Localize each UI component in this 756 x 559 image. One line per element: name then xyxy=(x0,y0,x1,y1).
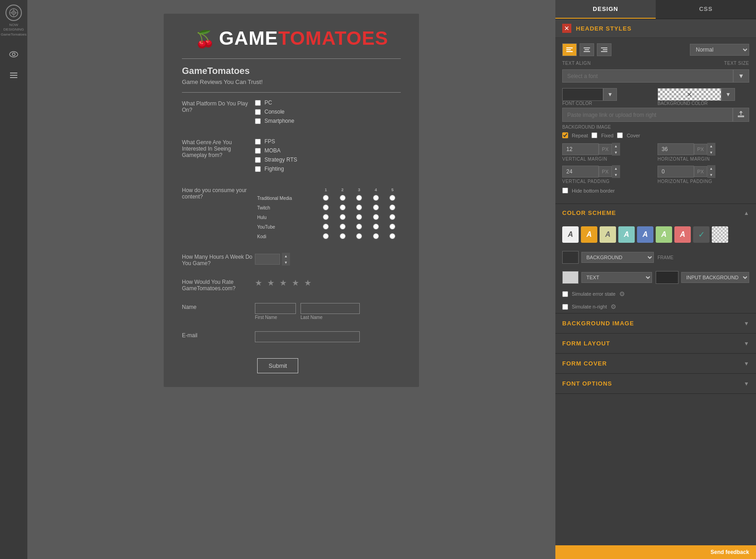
radio-r5-5[interactable] xyxy=(389,233,395,239)
font-color-swatch[interactable] xyxy=(562,88,603,101)
vm-spin-up[interactable]: ▲ xyxy=(612,143,620,149)
radio-r2-1[interactable] xyxy=(323,204,329,210)
checkbox-pc-input[interactable] xyxy=(255,100,261,106)
hide-border-checkbox[interactable] xyxy=(562,188,568,193)
radio-r2-5[interactable] xyxy=(389,204,395,210)
hp-spin-up[interactable]: ▲ xyxy=(707,165,715,172)
radio-r3-1[interactable] xyxy=(323,214,329,220)
radio-r2-4[interactable] xyxy=(373,204,379,210)
checkbox-strategy-input[interactable] xyxy=(255,157,261,163)
scheme-swatch-4[interactable]: A xyxy=(637,226,653,243)
checkbox-moba-input[interactable] xyxy=(255,148,261,154)
last-name-input[interactable] xyxy=(300,303,360,314)
horizontal-padding-input[interactable] xyxy=(658,166,694,178)
checkbox-fps-input[interactable] xyxy=(255,139,261,145)
radio-r2-2[interactable] xyxy=(340,204,346,210)
radio-r5-3[interactable] xyxy=(356,233,362,239)
first-name-input[interactable] xyxy=(255,303,296,314)
hours-spin-up[interactable]: ▲ xyxy=(282,253,290,259)
radio-r1-1[interactable] xyxy=(323,195,329,201)
simulate-right-gear[interactable]: ⚙ xyxy=(611,303,616,310)
horizontal-margin-input[interactable] xyxy=(658,143,694,155)
bg-color-swatch[interactable] xyxy=(658,88,721,101)
scheme-check-btn[interactable]: ✓ xyxy=(693,226,709,243)
email-input[interactable] xyxy=(255,331,360,342)
header-styles-collapse[interactable]: ✕ xyxy=(562,24,571,33)
form-cover-title: FORM COVER xyxy=(562,360,607,367)
radio-r3-4[interactable] xyxy=(373,214,379,220)
scheme-swatch-5[interactable]: A xyxy=(656,226,672,243)
form-cover-header[interactable]: FORM COVER ▼ xyxy=(555,354,756,373)
radio-r4-5[interactable] xyxy=(389,224,395,230)
font-select-input[interactable] xyxy=(562,69,733,83)
color-scheme-header[interactable]: COLOR SCHEME ▲ xyxy=(555,204,756,222)
input-bg-swatch[interactable] xyxy=(656,271,678,284)
form-layout-header[interactable]: FORM LAYOUT ▼ xyxy=(555,334,756,353)
radio-r2-3[interactable] xyxy=(356,204,362,210)
radio-r1-5[interactable] xyxy=(389,195,395,201)
bg-repeat-checkbox[interactable] xyxy=(562,132,568,138)
bg-fixed-checkbox[interactable] xyxy=(591,132,597,138)
bg-color-dropdown[interactable]: ▼ xyxy=(721,88,735,101)
hours-input[interactable] xyxy=(255,254,280,265)
vertical-padding-input[interactable] xyxy=(562,166,599,178)
hp-spin-down[interactable]: ▼ xyxy=(707,172,715,178)
tab-design[interactable]: DESIGN xyxy=(555,0,656,19)
background-select[interactable]: BACKGROUND xyxy=(581,252,654,263)
scheme-swatch-0[interactable]: A xyxy=(562,226,579,243)
font-color-dropdown[interactable]: ▼ xyxy=(603,88,617,101)
background-swatch[interactable] xyxy=(562,251,579,264)
text-size-select[interactable]: Normal Small Large xyxy=(690,44,749,56)
radio-r3-5[interactable] xyxy=(389,214,395,220)
text-swatch[interactable] xyxy=(562,271,579,284)
hm-spin-up[interactable]: ▲ xyxy=(707,143,715,149)
simulate-right-checkbox[interactable] xyxy=(562,304,568,310)
align-right-btn[interactable] xyxy=(597,43,611,56)
checkbox-console-input[interactable] xyxy=(255,109,261,115)
scheme-swatch-1[interactable]: A xyxy=(581,226,597,243)
horizontal-margin-input-row: PX ▲ ▼ xyxy=(658,143,749,156)
radio-r4-4[interactable] xyxy=(373,224,379,230)
bg-image-upload[interactable] xyxy=(733,108,749,122)
tab-css[interactable]: CSS xyxy=(656,0,756,19)
send-feedback-bar[interactable]: Send feedback xyxy=(555,545,756,559)
vp-spin-up[interactable]: ▲ xyxy=(612,165,620,172)
bg-image-input[interactable] xyxy=(562,108,733,122)
background-image-header[interactable]: BACKGROUND IMAGE ▼ xyxy=(555,313,756,333)
align-center-btn[interactable] xyxy=(580,43,594,56)
input-bg-select[interactable]: INPUT BACKGROUND xyxy=(681,272,749,283)
radio-r5-1[interactable] xyxy=(323,233,329,239)
text-select[interactable]: TEXT xyxy=(581,272,652,283)
radio-r5-2[interactable] xyxy=(340,233,346,239)
radio-r1-3[interactable] xyxy=(356,195,362,201)
hm-spin-down[interactable]: ▼ xyxy=(707,149,715,156)
radio-r4-3[interactable] xyxy=(356,224,362,230)
vm-spin-down[interactable]: ▼ xyxy=(612,149,620,156)
font-select-dropdown[interactable]: ▼ xyxy=(733,69,749,83)
scheme-swatch-6[interactable]: A xyxy=(674,226,691,243)
hours-spin-down[interactable]: ▼ xyxy=(282,259,290,266)
radio-r3-3[interactable] xyxy=(356,214,362,220)
checkbox-smartphone-input[interactable] xyxy=(255,118,261,124)
scheme-swatch-3[interactable]: A xyxy=(618,226,635,243)
checkbox-fighting-input[interactable] xyxy=(255,166,261,172)
menu-icon[interactable] xyxy=(5,67,22,84)
eye-icon[interactable] xyxy=(5,46,22,63)
scheme-swatch-2[interactable]: A xyxy=(600,226,616,243)
radio-r4-1[interactable] xyxy=(323,224,329,230)
radio-r1-2[interactable] xyxy=(340,195,346,201)
font-options-header[interactable]: FONT OPTIONS ▼ xyxy=(555,374,756,393)
scheme-custom-btn[interactable] xyxy=(712,226,728,243)
radio-r5-4[interactable] xyxy=(373,233,379,239)
align-left-btn[interactable] xyxy=(562,43,577,56)
simulate-error-gear[interactable]: ⚙ xyxy=(619,290,625,298)
radio-r4-2[interactable] xyxy=(340,224,346,230)
radio-r3-2[interactable] xyxy=(340,214,346,220)
vp-spin-down[interactable]: ▼ xyxy=(612,172,620,178)
simulate-error-checkbox[interactable] xyxy=(562,291,568,297)
radio-r1-4[interactable] xyxy=(373,195,379,201)
vertical-margin-input[interactable] xyxy=(562,143,599,155)
bg-cover-checkbox[interactable] xyxy=(617,132,623,138)
star-rating[interactable]: ★ ★ ★ ★ ★ xyxy=(255,278,401,288)
submit-button[interactable]: Submit xyxy=(257,358,298,373)
